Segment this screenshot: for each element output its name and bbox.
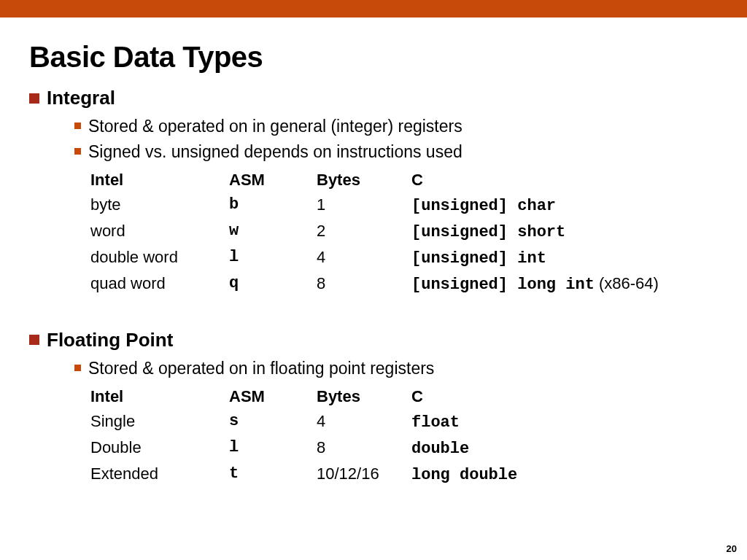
cell-bytes: 4 <box>317 245 411 271</box>
cell-c: [unsigned] short <box>411 219 718 245</box>
col-header-intel: Intel <box>90 384 229 409</box>
slide-content: Basic Data Types Integral Stored & opera… <box>0 18 747 488</box>
cell-asm: q <box>229 271 317 298</box>
small-square-bullet-icon <box>74 365 81 371</box>
table-row: Single s 4 float <box>90 409 718 435</box>
list-item: Stored & operated on in general (integer… <box>74 115 718 138</box>
table-row: quad word q 8 [unsigned] long int (x86-6… <box>90 271 718 298</box>
cell-c: long double <box>411 462 718 488</box>
bullet-text: Signed vs. unsigned depends on instructi… <box>88 141 462 163</box>
data-types-table: Intel ASM Bytes C Single s 4 float Doubl… <box>90 384 718 488</box>
cell-intel: Single <box>90 409 229 435</box>
header-bar <box>0 0 747 18</box>
cell-bytes: 4 <box>317 409 411 435</box>
cell-intel: Double <box>90 435 229 462</box>
col-header-asm: ASM <box>229 168 317 192</box>
table-row: Extended t 10/12/16 long double <box>90 462 718 488</box>
cell-intel: quad word <box>90 271 229 298</box>
cell-asm: t <box>229 462 317 488</box>
square-bullet-icon <box>29 335 39 345</box>
small-square-bullet-icon <box>74 148 81 155</box>
cell-bytes: 8 <box>317 271 411 298</box>
square-bullet-icon <box>29 93 39 104</box>
data-types-table: Intel ASM Bytes C byte b 1 [unsigned] ch… <box>90 168 718 298</box>
list-item: Signed vs. unsigned depends on instructi… <box>74 141 718 163</box>
table-row: byte b 1 [unsigned] char <box>90 192 718 219</box>
cell-asm: s <box>229 409 317 435</box>
col-header-asm: ASM <box>229 384 317 409</box>
cell-intel: double word <box>90 245 229 271</box>
table-row: double word l 4 [unsigned] int <box>90 245 718 271</box>
cell-c: [unsigned] char <box>411 192 718 219</box>
cell-intel: byte <box>90 192 229 219</box>
page-number: 20 <box>727 543 737 554</box>
cell-c: [unsigned] long int (x86-64) <box>411 271 718 298</box>
table-row: word w 2 [unsigned] short <box>90 219 718 245</box>
cell-c: float <box>411 409 718 435</box>
list-item: Stored & operated on in floating point r… <box>74 357 718 380</box>
section-head: Integral <box>29 87 718 109</box>
cell-intel: word <box>90 219 229 245</box>
col-header-c: C <box>411 168 718 192</box>
cell-asm: w <box>229 219 317 245</box>
section-title: Integral <box>47 87 115 109</box>
cell-c: [unsigned] int <box>411 245 718 271</box>
table-row: Double l 8 double <box>90 435 718 462</box>
section-head: Floating Point <box>29 329 718 351</box>
section-integral: Integral Stored & operated on in general… <box>29 87 718 298</box>
small-square-bullet-icon <box>74 122 81 129</box>
cell-c: double <box>411 435 718 462</box>
slide-title: Basic Data Types <box>29 41 718 74</box>
bullet-text: Stored & operated on in floating point r… <box>88 357 434 380</box>
cell-asm: b <box>229 192 317 219</box>
cell-asm: l <box>229 245 317 271</box>
cell-bytes: 2 <box>317 219 411 245</box>
cell-bytes: 8 <box>317 435 411 462</box>
col-header-bytes: Bytes <box>317 168 411 192</box>
section-floating-point: Floating Point Stored & operated on in f… <box>29 329 718 488</box>
col-header-bytes: Bytes <box>317 384 411 409</box>
cell-asm: l <box>229 435 317 462</box>
table-header-row: Intel ASM Bytes C <box>90 168 718 192</box>
table-header-row: Intel ASM Bytes C <box>90 384 718 409</box>
cell-bytes: 1 <box>317 192 411 219</box>
cell-intel: Extended <box>90 462 229 488</box>
cell-bytes: 10/12/16 <box>317 462 411 488</box>
section-title: Floating Point <box>47 329 173 351</box>
bullet-list: Stored & operated on in floating point r… <box>74 357 718 380</box>
col-header-c: C <box>411 384 718 409</box>
bullet-text: Stored & operated on in general (integer… <box>88 115 462 138</box>
col-header-intel: Intel <box>90 168 229 192</box>
bullet-list: Stored & operated on in general (integer… <box>74 115 718 163</box>
